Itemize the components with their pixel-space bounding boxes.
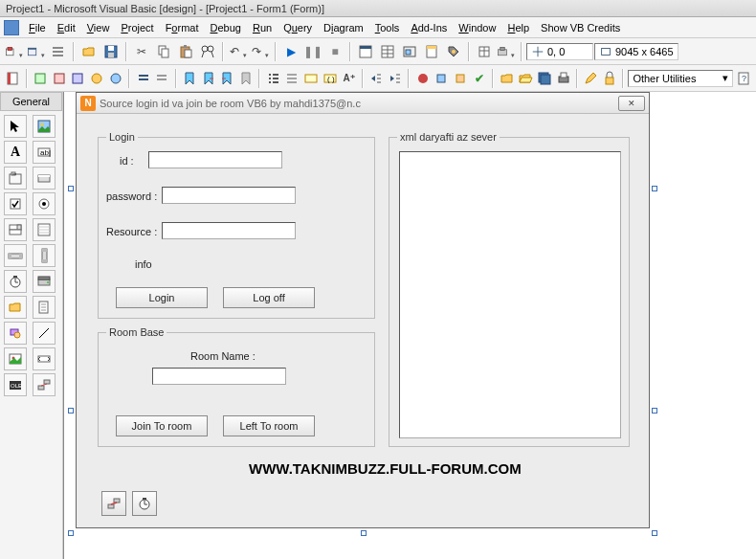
toolbox-tab-general[interactable]: General [0, 92, 62, 111]
object-browser-button[interactable] [421, 41, 442, 62]
lock-button[interactable] [601, 68, 619, 89]
listbox-xml[interactable] [399, 151, 621, 438]
pointer-tool[interactable] [4, 115, 27, 138]
picturebox-tool[interactable] [33, 115, 56, 138]
menu-credits[interactable]: Show VB Credits [535, 20, 626, 35]
resize-handle[interactable] [68, 530, 74, 536]
new-folder-button[interactable] [498, 68, 516, 89]
menu-tools[interactable]: Tools [369, 20, 406, 35]
form-designer-surface[interactable]: N Source login id va join be room VB6 by… [63, 92, 756, 559]
find-button[interactable] [197, 41, 218, 62]
add-form-button[interactable] [26, 41, 47, 62]
optionbutton-tool[interactable] [33, 192, 56, 215]
save-all-button[interactable] [536, 68, 554, 89]
resize-handle[interactable] [68, 408, 74, 414]
component-manager-button[interactable] [496, 41, 517, 62]
outdent-button[interactable] [387, 68, 405, 89]
menu-file[interactable]: FFileile [23, 20, 52, 35]
save-button[interactable] [100, 41, 122, 62]
checkbox-tool[interactable] [4, 192, 27, 215]
menu-editor-button[interactable] [48, 41, 69, 62]
other-utilities-dropdown[interactable]: Other Utilities▾ [628, 70, 733, 87]
end-button[interactable]: ■ [324, 41, 345, 62]
menu-edit[interactable]: Edit [52, 20, 81, 35]
form-client-area[interactable]: Login id : password : Resource : info Lo… [77, 114, 649, 527]
menu-query[interactable]: Query [278, 20, 318, 35]
btn-f[interactable] [433, 68, 451, 89]
form-titlebar[interactable]: N Source login id va join be room VB6 by… [77, 93, 649, 114]
print-button[interactable] [554, 68, 572, 89]
list-props-button[interactable] [264, 68, 282, 89]
menu-project[interactable]: Project [115, 20, 159, 35]
data-view-button[interactable] [474, 41, 495, 62]
next-bookmark-button[interactable] [199, 68, 217, 89]
frame-tool[interactable]: xv [4, 167, 27, 190]
btn-g[interactable] [452, 68, 470, 89]
hscrollbar-tool[interactable] [4, 244, 27, 267]
break-button[interactable]: ❚❚ [302, 41, 323, 62]
btn-a[interactable] [32, 68, 50, 89]
menu-debug[interactable]: Debug [204, 20, 246, 35]
winsock-tool[interactable] [33, 373, 56, 396]
param-info-button[interactable]: ( ) [322, 68, 340, 89]
combobox-tool[interactable] [4, 218, 27, 241]
button-timer-icon[interactable] [132, 491, 157, 516]
listbox-tool[interactable] [33, 218, 56, 241]
comment-button[interactable] [134, 68, 152, 89]
project-explorer-button[interactable] [355, 41, 376, 62]
commandbutton-tool[interactable] [33, 167, 56, 190]
btn-d[interactable] [88, 68, 106, 89]
redo-button[interactable]: ↷ [250, 41, 271, 62]
form-window[interactable]: N Source login id va join be room VB6 by… [76, 92, 650, 528]
textbox-id[interactable] [148, 151, 282, 168]
design-mode-button[interactable] [582, 68, 600, 89]
vscrollbar-tool[interactable] [33, 244, 56, 267]
help-icon[interactable]: ? [734, 68, 752, 89]
menu-addins[interactable]: Add-Ins [405, 20, 453, 35]
start-button[interactable]: ▶ [280, 41, 301, 62]
undo-button[interactable]: ↶ [228, 41, 249, 62]
resize-handle[interactable] [652, 530, 657, 536]
button-left-room[interactable]: Left To room [223, 415, 315, 436]
open-folder-button[interactable] [517, 68, 535, 89]
button-join-room[interactable]: Join To room [116, 415, 208, 436]
complete-word-button[interactable]: A⁺ [340, 68, 358, 89]
groupbox-login[interactable]: Login id : password : Resource : info Lo… [98, 137, 375, 319]
button-logoff[interactable]: Log off [223, 287, 315, 308]
textbox-password[interactable] [162, 187, 296, 204]
btn-c[interactable] [69, 68, 87, 89]
prev-bookmark-button[interactable] [218, 68, 236, 89]
groupbox-xml[interactable]: xml daryafti az sever [389, 137, 630, 447]
data-tool[interactable] [33, 347, 56, 370]
resize-handle[interactable] [652, 408, 657, 414]
menu-run[interactable]: Run [247, 20, 278, 35]
open-button[interactable] [78, 41, 100, 62]
quick-info-button[interactable] [302, 68, 321, 89]
paste-button[interactable] [175, 41, 196, 62]
button-login[interactable]: Login [116, 287, 208, 308]
btn-check[interactable]: ✔ [470, 68, 488, 89]
ole-tool[interactable]: OLE [4, 373, 27, 396]
textbox-roomname[interactable] [152, 368, 286, 385]
filelistbox-tool[interactable] [33, 296, 56, 319]
bookmark-button[interactable] [181, 68, 199, 89]
resize-handle[interactable] [652, 186, 657, 191]
line-tool[interactable] [33, 322, 56, 345]
shape-tool[interactable] [4, 322, 27, 345]
add-project-button[interactable] [4, 41, 25, 62]
system-menu-icon[interactable] [4, 20, 19, 35]
cut-button[interactable]: ✂ [131, 41, 152, 62]
menu-help[interactable]: Help [501, 20, 535, 35]
btn-b[interactable] [50, 68, 68, 89]
dirlistbox-tool[interactable] [4, 296, 27, 319]
form-layout-button[interactable] [399, 41, 420, 62]
uncomment-button[interactable] [153, 68, 171, 89]
properties-button[interactable] [377, 41, 398, 62]
btn-e[interactable] [107, 68, 125, 89]
drivelistbox-tool[interactable] [33, 270, 56, 293]
button-winsock-icon[interactable] [101, 491, 126, 516]
toolbox-button[interactable] [443, 41, 464, 62]
menu-format[interactable]: Format [160, 20, 205, 35]
image-tool[interactable] [4, 347, 27, 370]
timer-tool[interactable] [4, 270, 27, 293]
